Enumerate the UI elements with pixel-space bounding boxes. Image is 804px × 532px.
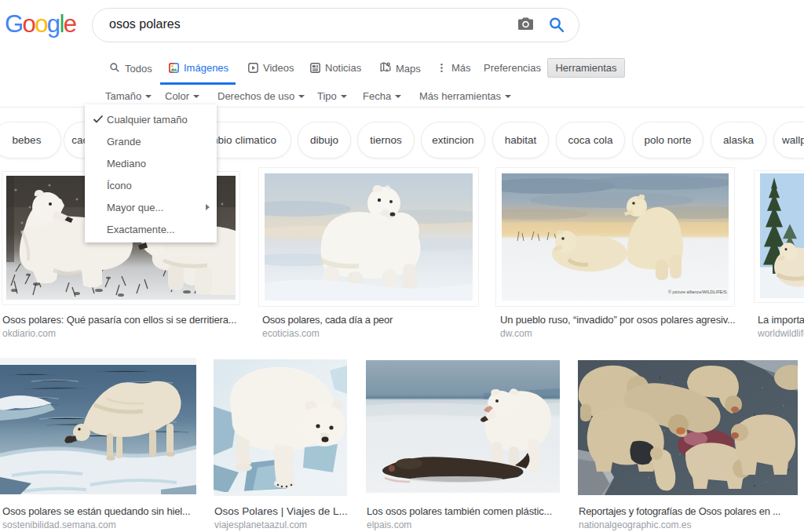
svg-text:© picture alliance/WILDLIFE/S.: © picture alliance/WILDLIFE/S. Muller: [668, 290, 729, 294]
